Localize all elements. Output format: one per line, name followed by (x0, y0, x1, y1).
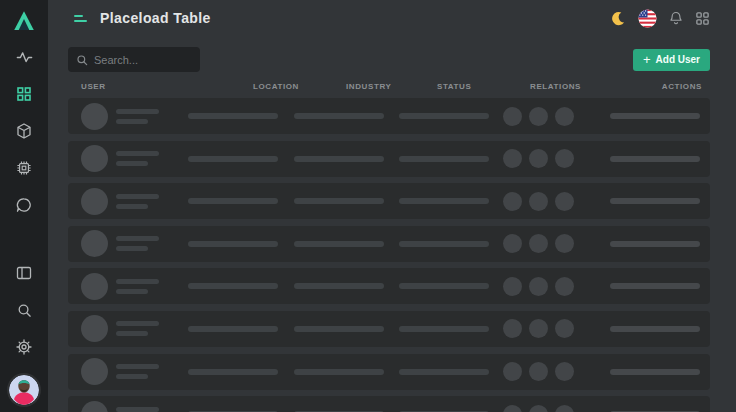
avatar-placeholder (81, 358, 108, 385)
menu-toggle-icon[interactable] (74, 15, 87, 22)
apps-grid-icon[interactable] (695, 11, 710, 26)
placeholder-bar (188, 113, 278, 119)
sidebar-item-settings[interactable] (12, 335, 36, 359)
placeholder-bar (610, 113, 700, 119)
relation-dot-placeholder (529, 277, 548, 296)
placeholder-line (116, 246, 148, 251)
placeholder-bar (399, 241, 489, 247)
cell-actions (610, 156, 710, 162)
cell-actions (610, 113, 710, 119)
cell-industry (294, 283, 399, 289)
cell-status (399, 113, 489, 119)
user-text-placeholder (116, 364, 159, 379)
placeholder-bar (294, 283, 384, 289)
cell-relations (489, 362, 610, 381)
notifications-bell-icon[interactable] (668, 10, 684, 26)
cell-user (81, 401, 188, 412)
sidebar-item-search[interactable] (12, 298, 36, 322)
relation-dot-placeholder (529, 234, 548, 253)
placeholder-bar (188, 241, 278, 247)
cell-relations (489, 234, 610, 253)
table-header: USER LOCATION INDUSTRY STATUS RELATIONS … (68, 80, 710, 94)
user-text-placeholder (116, 236, 159, 251)
cell-location (188, 241, 294, 247)
sidebar-item-panels[interactable] (12, 261, 36, 285)
relation-dot-placeholder (529, 107, 548, 126)
avatar-placeholder (81, 103, 108, 130)
cell-industry (294, 241, 399, 247)
user-avatar[interactable] (9, 375, 39, 405)
col-header-actions: ACTIONS (662, 82, 702, 91)
avatar-placeholder (81, 188, 108, 215)
search-input[interactable] (94, 54, 192, 66)
app-logo[interactable] (0, 4, 48, 38)
cell-user (81, 145, 188, 172)
placeholder-bar (610, 198, 700, 204)
add-user-button[interactable]: + Add User (633, 49, 710, 71)
search-icon (76, 54, 88, 66)
placeholder-line (116, 374, 148, 379)
user-text-placeholder (116, 407, 159, 412)
chat-bubble-icon (15, 196, 33, 214)
cell-relations (489, 277, 610, 296)
cell-relations (489, 149, 610, 168)
placeholder-bar (188, 156, 278, 162)
cell-status (399, 241, 489, 247)
table-row-placeholder (68, 183, 710, 219)
cube-icon (15, 122, 33, 140)
relation-dot-placeholder (503, 192, 522, 211)
cell-status (399, 369, 489, 375)
plus-icon: + (643, 53, 651, 66)
placeholder-bar (399, 283, 489, 289)
relation-dot-placeholder (529, 405, 548, 412)
cell-actions (610, 198, 710, 204)
cell-relations (489, 107, 610, 126)
cell-actions (610, 369, 710, 375)
placeholder-bar (188, 369, 278, 375)
table-toolbar: + Add User (68, 47, 710, 72)
sidebar-item-components[interactable] (12, 156, 36, 180)
placeholder-bar (399, 326, 489, 332)
placeholder-line (116, 331, 148, 336)
relation-dot-placeholder (529, 319, 548, 338)
sidebar-item-products[interactable] (12, 119, 36, 143)
placeholder-line (116, 364, 159, 369)
relation-dot-placeholder (555, 319, 574, 338)
relation-dot-placeholder (503, 405, 522, 412)
placeholder-bar (188, 326, 278, 332)
sidebar-item-activity[interactable] (12, 45, 36, 69)
placeholder-line (116, 407, 159, 412)
activity-icon (15, 48, 34, 67)
placeholder-bar (399, 156, 489, 162)
relation-dot-placeholder (555, 234, 574, 253)
table-row-placeholder (68, 396, 710, 412)
placeholder-bar (294, 113, 384, 119)
cell-user (81, 230, 188, 257)
relation-dot-placeholder (503, 149, 522, 168)
placeholder-bar (294, 156, 384, 162)
avatar-placeholder (81, 273, 108, 300)
cell-status (399, 156, 489, 162)
relation-dot-placeholder (529, 362, 548, 381)
cell-user (81, 188, 188, 215)
sidebar-item-messages[interactable] (12, 193, 36, 217)
search-box (68, 47, 200, 72)
placeholder-line (116, 321, 159, 326)
col-header-industry: INDUSTRY (346, 82, 391, 91)
language-flag-us-icon[interactable] (638, 9, 657, 28)
placeholder-line (116, 204, 148, 209)
placeholder-bar (294, 198, 384, 204)
panel-layout-icon (15, 264, 33, 282)
placeholder-bar (610, 156, 700, 162)
main-area: Placeload Table (48, 0, 736, 412)
cell-actions (610, 283, 710, 289)
relation-dot-placeholder (503, 277, 522, 296)
sidebar-item-dashboard[interactable] (12, 82, 36, 106)
cell-user (81, 358, 188, 385)
topbar-actions (610, 9, 710, 28)
placeholder-line (116, 194, 159, 199)
cell-industry (294, 326, 399, 332)
dark-mode-moon-icon[interactable] (610, 10, 627, 27)
relation-dot-placeholder (529, 192, 548, 211)
user-text-placeholder (116, 194, 159, 209)
